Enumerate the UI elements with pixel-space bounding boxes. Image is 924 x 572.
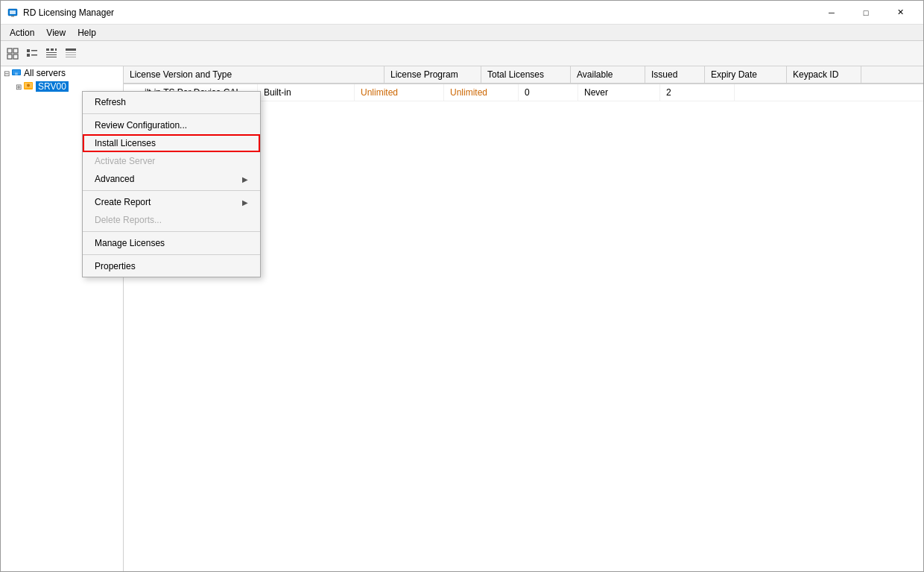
all-servers-icon: ▤ xyxy=(11,68,22,78)
svg-rect-18 xyxy=(66,52,76,53)
svg-rect-11 xyxy=(46,48,49,51)
toolbar-btn-4[interactable] xyxy=(62,45,80,63)
svg-rect-1 xyxy=(10,10,16,14)
window-title: RD Licensing Manager xyxy=(23,7,814,18)
svg-rect-8 xyxy=(31,50,37,51)
main-window: RD Licensing Manager ─ □ ✕ Action View H… xyxy=(0,0,924,572)
server-label: SRV00 xyxy=(36,81,69,92)
context-menu: Refresh Review Configuration... Install … xyxy=(82,91,261,277)
ctx-review-config[interactable]: Review Configuration... xyxy=(83,116,260,134)
separator-1 xyxy=(83,113,260,114)
maximize-button[interactable]: □ xyxy=(849,1,883,25)
col-total-licenses[interactable]: Total Licenses xyxy=(481,66,571,83)
col-available[interactable]: Available xyxy=(571,66,645,83)
expand-icon-sub: ⊞ xyxy=(16,83,22,91)
separator-3 xyxy=(83,231,260,232)
ctx-advanced[interactable]: Advanced ▶ xyxy=(83,170,260,188)
svg-rect-16 xyxy=(46,57,57,57)
toolbar-btn-1[interactable] xyxy=(4,45,22,63)
svg-rect-4 xyxy=(13,48,18,53)
ctx-activate-server: Activate Server xyxy=(83,152,260,170)
cell-available: Unlimited xyxy=(444,84,519,101)
cell-expiry: Never xyxy=(578,84,660,101)
menu-bar: Action View Help xyxy=(1,25,923,41)
cell-program: Built-in xyxy=(258,84,355,101)
svg-rect-13 xyxy=(55,48,57,51)
col-license-program[interactable]: License Program xyxy=(385,66,481,83)
cell-issued: 0 xyxy=(519,84,578,101)
svg-rect-15 xyxy=(46,54,57,55)
svg-rect-19 xyxy=(66,54,76,55)
close-button[interactable]: ✕ xyxy=(883,1,917,25)
col-issued[interactable]: Issued xyxy=(645,66,705,83)
app-icon xyxy=(7,7,19,19)
svg-rect-2 xyxy=(11,16,14,17)
menu-help[interactable]: Help xyxy=(72,26,102,40)
toolbar xyxy=(1,41,923,66)
grid-view-icon xyxy=(45,48,57,60)
minimize-button[interactable]: ─ xyxy=(814,1,849,25)
ctx-manage-licenses[interactable]: Manage Licenses xyxy=(83,234,260,252)
table-view-icon xyxy=(65,48,77,60)
submenu-arrow-report: ▶ xyxy=(242,198,248,207)
detail-view-icon xyxy=(26,48,38,60)
svg-rect-5 xyxy=(7,54,12,59)
svg-rect-12 xyxy=(51,48,54,51)
submenu-arrow-advanced: ▶ xyxy=(242,175,248,183)
svg-text:▤: ▤ xyxy=(15,72,18,75)
ctx-install-licenses[interactable]: Install Licenses xyxy=(83,134,260,152)
svg-rect-9 xyxy=(27,54,30,57)
col-keypack[interactable]: Keypack ID xyxy=(787,66,861,83)
toolbar-btn-2[interactable] xyxy=(23,45,41,63)
svg-rect-6 xyxy=(13,54,18,59)
svg-point-26 xyxy=(27,84,30,87)
col-license-type[interactable]: License Version and Type xyxy=(124,66,385,83)
all-servers-label: All servers xyxy=(24,68,66,78)
ctx-properties[interactable]: Properties xyxy=(83,257,260,275)
svg-rect-17 xyxy=(66,48,76,51)
ctx-create-report[interactable]: Create Report ▶ xyxy=(83,193,260,211)
menu-view[interactable]: View xyxy=(40,26,72,40)
expand-icon: ⊟ xyxy=(4,69,10,78)
svg-rect-14 xyxy=(46,52,57,53)
ctx-delete-reports: Delete Reports... xyxy=(83,211,260,229)
ctx-refresh[interactable]: Refresh xyxy=(83,93,260,111)
svg-rect-3 xyxy=(7,48,12,53)
cell-keypack: 2 xyxy=(660,84,735,101)
list-header: License Version and Type License Program… xyxy=(124,66,923,84)
window-controls: ─ □ ✕ xyxy=(814,1,917,25)
show-list-icon xyxy=(7,48,19,60)
col-expiry[interactable]: Expiry Date xyxy=(705,66,787,83)
separator-2 xyxy=(83,190,260,191)
tree-all-servers[interactable]: ⊟ ▤ All servers xyxy=(1,66,123,80)
toolbar-btn-3[interactable] xyxy=(42,45,60,63)
server-node-icon xyxy=(23,81,34,92)
svg-rect-10 xyxy=(31,54,37,56)
cell-total: Unlimited xyxy=(355,84,444,101)
title-bar: RD Licensing Manager ─ □ ✕ xyxy=(1,1,923,25)
svg-rect-7 xyxy=(27,49,30,52)
separator-4 xyxy=(83,254,260,255)
menu-action[interactable]: Action xyxy=(4,26,40,40)
svg-rect-20 xyxy=(66,57,76,57)
